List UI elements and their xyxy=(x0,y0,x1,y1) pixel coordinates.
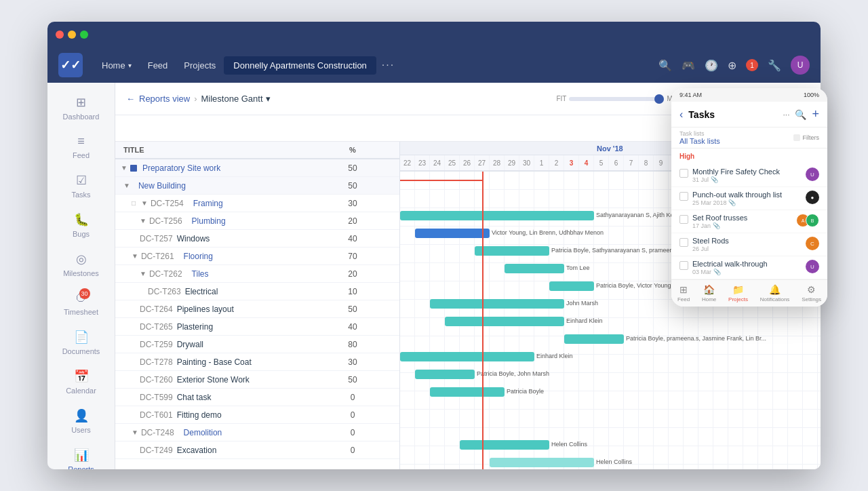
gantt-bar[interactable] xyxy=(430,299,564,309)
tool-icon[interactable]: 🔧 xyxy=(768,59,781,72)
gantt-bar[interactable] xyxy=(549,281,594,291)
gamepad-icon[interactable]: 🎮 xyxy=(682,59,695,72)
task-label[interactable]: Excavation xyxy=(177,446,217,455)
gantt-bar[interactable] xyxy=(445,317,564,326)
task-label[interactable]: Tiles xyxy=(192,269,209,279)
breadcrumb-reports[interactable]: Reports view xyxy=(139,94,190,104)
sidebar-item-dashboard[interactable]: ⊞ Dashboard xyxy=(47,88,115,127)
nav-project-current[interactable]: Donnelly Apartments Construction xyxy=(224,56,376,75)
phone-priority-label: High xyxy=(679,153,819,160)
task-id: DC-T259 xyxy=(140,340,173,349)
phone-task-item[interactable]: Electrical walk-through 03 Mar 📎 U xyxy=(671,256,827,279)
minimize-button[interactable] xyxy=(68,31,76,39)
expand-icon[interactable]: ▼ xyxy=(123,182,130,189)
task-checkbox[interactable] xyxy=(679,261,688,270)
expand-icon[interactable]: ▼ xyxy=(132,252,138,260)
gantt-grid-cell xyxy=(684,336,698,354)
phone-search-icon[interactable]: 🔍 xyxy=(795,109,806,120)
gantt-bar[interactable] xyxy=(460,440,549,450)
sidebar-item-reports[interactable]: 📊 Reports xyxy=(47,441,115,469)
gantt-day-cell: 7 xyxy=(624,155,639,170)
expand-icon[interactable]: ▼ xyxy=(132,429,138,436)
breadcrumb-dropdown-icon[interactable]: ▾ xyxy=(266,94,271,104)
clock-icon[interactable]: 🕐 xyxy=(705,59,718,72)
task-checkbox[interactable] xyxy=(679,192,688,201)
sidebar-item-feed[interactable]: ≡ Feed xyxy=(47,127,115,166)
task-label[interactable]: Framing xyxy=(193,199,223,208)
phone-footer-projects[interactable]: 📁 Projects xyxy=(728,284,748,302)
gantt-bar[interactable] xyxy=(475,246,549,256)
sidebar-item-bugs[interactable]: 🐛 Bugs xyxy=(47,205,115,245)
timeline-slider[interactable] xyxy=(569,97,664,101)
phone-more-icon[interactable]: ··· xyxy=(783,110,789,119)
nav-feed[interactable]: Feed xyxy=(140,56,176,75)
sidebar-item-timesheet[interactable]: ⏱ 30 Timesheet xyxy=(47,284,115,323)
task-label[interactable]: Demolition xyxy=(184,428,222,437)
expand-icon[interactable]: ▼ xyxy=(121,164,127,172)
gantt-grid-cell xyxy=(475,263,490,281)
gantt-bar[interactable] xyxy=(415,229,490,238)
gantt-bar[interactable] xyxy=(400,211,594,220)
task-label[interactable]: Painting - Base Coat xyxy=(177,357,252,367)
phone-back-button[interactable]: ‹ xyxy=(679,109,683,121)
task-label[interactable]: Electrical xyxy=(185,287,218,296)
close-button[interactable] xyxy=(56,31,64,39)
gantt-bar[interactable] xyxy=(430,387,505,397)
phone-footer-feed[interactable]: ⊞ Feed xyxy=(677,284,690,302)
phone-footer-home[interactable]: 🏠 Home xyxy=(702,284,716,302)
task-label[interactable]: Flooring xyxy=(184,252,213,261)
user-avatar[interactable]: U xyxy=(791,56,810,75)
sidebar-item-tasks[interactable]: ☑ Tasks xyxy=(47,166,115,205)
task-label[interactable]: Drywall xyxy=(177,340,203,349)
task-label[interactable]: Preparatory Site work xyxy=(142,163,220,173)
plus-icon[interactable]: ⊕ xyxy=(728,59,736,72)
gantt-bar[interactable] xyxy=(564,334,624,344)
expand-icon[interactable]: ▼ xyxy=(141,199,148,207)
expand-icon[interactable]: ▼ xyxy=(140,270,146,277)
task-label[interactable]: Windows xyxy=(177,234,210,243)
sidebar-item-milestones[interactable]: ◎ Milestones xyxy=(47,245,115,284)
task-label[interactable]: New Building xyxy=(138,181,186,191)
expand-icon[interactable]: ▼ xyxy=(140,217,146,224)
task-label[interactable]: Chat task xyxy=(177,393,212,402)
gantt-grid-cell xyxy=(609,355,624,372)
phone-all-tasks-label[interactable]: All Task lists xyxy=(679,137,720,145)
sidebar-item-users[interactable]: 👤 Users xyxy=(47,401,115,441)
phone-footer-settings[interactable]: ⚙ Settings xyxy=(802,284,821,302)
phone-task-item[interactable]: Monthly Fire Safety Check 31 Jul 📎 U xyxy=(671,164,827,187)
sidebar-item-calendar[interactable]: 📅 Calendar xyxy=(47,362,115,401)
task-label[interactable]: Plastering xyxy=(177,322,213,332)
search-icon[interactable]: 🔍 xyxy=(658,59,672,72)
phone-task-item[interactable]: Punch-out walk through list 25 Mar 2018 … xyxy=(671,187,827,210)
phone-task-item[interactable]: Set Roof trusses 17 Jan 📎 A B xyxy=(671,210,827,233)
task-checkbox[interactable] xyxy=(679,215,688,224)
gantt-grid-cell xyxy=(624,172,639,189)
nav-more-menu[interactable]: ··· xyxy=(376,59,400,71)
nav-home[interactable]: Home ▾ xyxy=(94,56,140,75)
task-label[interactable]: Fitting demo xyxy=(177,410,222,420)
task-checkbox[interactable] xyxy=(679,169,688,178)
task-label[interactable]: Pipelines layout xyxy=(177,305,234,314)
nav-projects[interactable]: Projects xyxy=(176,56,224,75)
maximize-button[interactable] xyxy=(80,31,88,39)
phone-priority-section: High xyxy=(671,149,827,164)
gantt-bar[interactable] xyxy=(400,352,534,361)
sidebar-item-documents[interactable]: 📄 Documents xyxy=(47,323,115,362)
gantt-bar[interactable] xyxy=(415,370,475,379)
gantt-bar[interactable] xyxy=(490,458,594,467)
phone-add-icon[interactable]: + xyxy=(812,107,819,121)
phone-filters-label: Filters xyxy=(803,134,820,141)
app-logo[interactable]: ✓✓ xyxy=(58,53,83,77)
notification-badge[interactable]: 1 xyxy=(746,59,758,71)
task-label[interactable]: Plumbing xyxy=(192,216,226,226)
task-checkbox[interactable] xyxy=(679,238,688,247)
gantt-bar[interactable] xyxy=(505,264,564,273)
phone-task-item[interactable]: Steel Rods 26 Jul C xyxy=(671,233,827,256)
gantt-grid-cell xyxy=(460,281,475,299)
phone-footer-notifications[interactable]: 🔔 Notifications xyxy=(760,284,790,302)
gantt-grid-cell xyxy=(534,355,549,372)
phone-filters-control[interactable]: Filters xyxy=(793,134,820,141)
back-arrow-icon[interactable]: ← xyxy=(126,94,135,104)
task-label[interactable]: Exterior Stone Work xyxy=(177,375,250,385)
gantt-day-cell: 27 xyxy=(475,155,490,170)
